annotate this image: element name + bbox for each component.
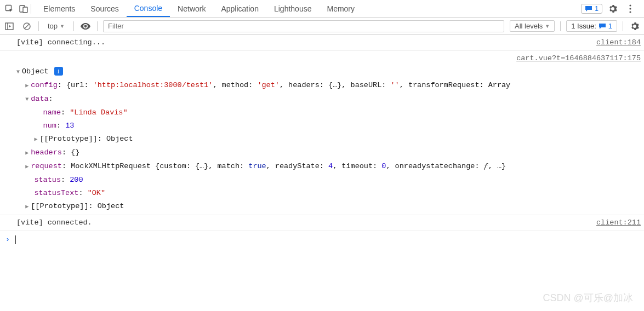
prop-value: 'http:localhost:3000/test1' [93,81,213,89]
prop-key: num [43,122,56,130]
settings-icon[interactable] [606,2,620,16]
tab-network[interactable]: Network [170,0,213,17]
info-icon[interactable]: i [54,67,63,76]
svg-point-4 [629,8,631,9]
prop-value: 200 [70,176,83,184]
issues-button[interactable]: 1 Issue: 1 [566,20,617,32]
context-selector[interactable]: top ▼ [44,21,68,31]
chat-icon [585,5,592,12]
prop-key: name [43,108,61,117]
svg-point-3 [629,4,631,6]
watermark: CSDN @可乐@加冰 [543,291,633,304]
filter-input[interactable] [103,20,504,32]
log-level-selector[interactable]: All levels ▼ [510,20,555,32]
object-title[interactable]: Object [22,67,49,76]
log-source-link[interactable]: client:211 [596,216,641,229]
object-tree: ▼Object i ▶config: {url: 'http:localhost… [16,65,641,214]
device-toggle-icon[interactable] [16,2,31,16]
issues-count: 1 [608,22,612,30]
prop-key: statusText [34,189,78,197]
log-message: [vite] connected. [16,216,596,229]
expand-arrow[interactable]: ▶ [25,79,31,93]
expand-arrow[interactable]: ▶ [34,133,39,146]
tab-application[interactable]: Application [213,0,266,17]
messages-badge[interactable]: 1 [581,4,602,14]
log-entry: [vite] connected. client:211 [0,215,644,231]
tab-sources[interactable]: Sources [83,0,126,17]
messages-count: 1 [595,5,599,13]
prop-value: 13 [65,122,74,130]
chevron-down-icon: ▼ [545,24,550,29]
expand-arrow[interactable]: ▼ [16,66,22,79]
inspect-icon[interactable] [2,2,16,16]
chat-icon [599,23,606,30]
divider [31,4,31,14]
prop-value: "OK" [88,189,105,197]
expand-arrow[interactable]: ▼ [25,93,31,106]
log-message: [vite] connecting... [16,36,596,49]
prop-key[interactable]: data [31,95,48,103]
svg-point-5 [629,11,631,13]
prop-key: [[Prototype]] [39,135,97,143]
log-source-link[interactable]: client:184 [596,36,641,49]
live-expression-icon[interactable] [79,20,92,32]
console-output: [vite] connecting... client:184 cart.vue… [0,35,644,249]
context-label: top [48,22,58,30]
log-level-label: All levels [515,22,543,30]
divider [73,21,74,31]
prop-key: status [34,176,61,184]
log-blank [16,52,516,65]
prop-key[interactable]: request [31,162,62,170]
issues-label: 1 Issue: [571,22,596,30]
prompt-caret-icon: › [5,233,10,246]
log-entry-object: cart.vue?t=1646884637117:175 ▼Object i ▶… [0,51,644,215]
more-icon[interactable] [623,2,637,16]
panel-tabs: Elements Sources Console Network Applica… [36,0,581,17]
divider [38,21,39,31]
console-sidebar-toggle-icon[interactable] [3,20,15,32]
svg-line-9 [25,24,29,28]
divider [97,21,98,31]
prop-key: [[Prototype]] [31,202,88,210]
chevron-down-icon: ▼ [60,24,65,29]
tab-console[interactable]: Console [127,0,170,17]
console-settings-icon[interactable] [629,20,641,32]
console-prompt[interactable]: › [0,231,644,249]
svg-rect-2 [23,7,27,13]
log-entry: [vite] connecting... client:184 [0,35,644,51]
tab-lighthouse[interactable]: Lighthouse [266,0,320,17]
tab-elements[interactable]: Elements [36,0,83,17]
prop-value: "Linda Davis" [70,108,127,117]
prop-key[interactable]: config [31,81,58,89]
tab-memory[interactable]: Memory [319,0,362,17]
expand-arrow[interactable]: ▶ [25,160,31,174]
log-source-link[interactable]: cart.vue?t=1646884637117:175 [516,52,641,65]
divider [623,21,623,31]
console-toolbar: top ▼ All levels ▼ 1 Issue: 1 [0,18,644,35]
text-cursor [15,235,16,244]
devtools-tab-bar: Elements Sources Console Network Applica… [0,0,644,18]
expand-arrow[interactable]: ▶ [25,200,31,214]
toolbar-right: 1 [581,2,642,16]
divider [560,21,561,31]
clear-console-icon[interactable] [21,20,33,32]
expand-arrow[interactable]: ▶ [25,147,31,160]
prop-key[interactable]: headers [31,148,62,157]
